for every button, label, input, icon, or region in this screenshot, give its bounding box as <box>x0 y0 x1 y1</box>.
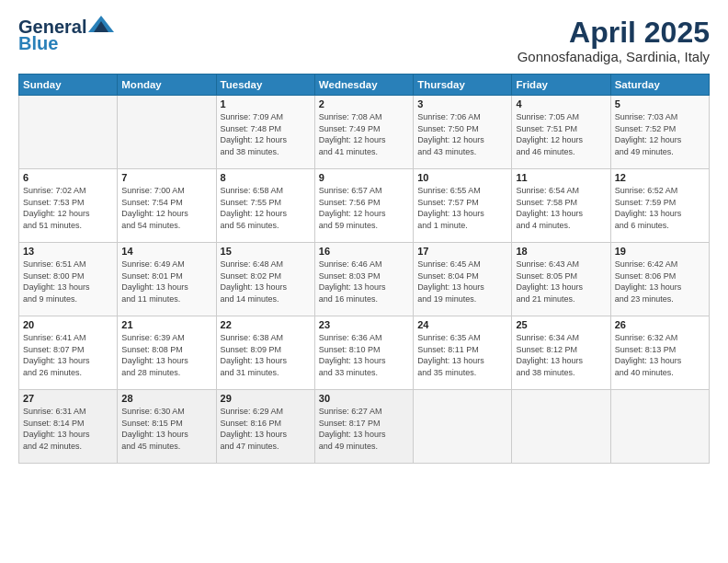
day-number: 7 <box>121 172 211 183</box>
calendar-week-5: 27Sunrise: 6:31 AM Sunset: 8:14 PM Dayli… <box>19 390 710 464</box>
day-info: Sunrise: 6:35 AM Sunset: 8:11 PM Dayligh… <box>417 332 507 378</box>
day-number: 16 <box>319 246 409 257</box>
calendar-cell: 9Sunrise: 6:57 AM Sunset: 7:56 PM Daylig… <box>314 169 413 243</box>
day-number: 30 <box>319 393 409 404</box>
day-number: 22 <box>221 319 311 330</box>
calendar-cell: 22Sunrise: 6:38 AM Sunset: 8:09 PM Dayli… <box>216 316 314 390</box>
calendar-cell: 7Sunrise: 7:00 AM Sunset: 7:54 PM Daylig… <box>118 169 216 243</box>
day-info: Sunrise: 6:45 AM Sunset: 8:04 PM Dayligh… <box>417 259 507 304</box>
weekday-header-monday: Monday <box>118 75 216 96</box>
calendar-cell: 28Sunrise: 6:30 AM Sunset: 8:15 PM Dayli… <box>118 390 216 464</box>
day-info: Sunrise: 6:32 AM Sunset: 8:13 PM Dayligh… <box>615 332 705 378</box>
day-info: Sunrise: 7:09 AM Sunset: 7:48 PM Dayligh… <box>221 111 311 157</box>
calendar-cell: 29Sunrise: 6:29 AM Sunset: 8:16 PM Dayli… <box>216 390 314 464</box>
calendar-cell: 23Sunrise: 6:36 AM Sunset: 8:10 PM Dayli… <box>314 316 413 390</box>
day-info: Sunrise: 6:51 AM Sunset: 8:00 PM Dayligh… <box>23 259 113 304</box>
calendar-table: SundayMondayTuesdayWednesdayThursdayFrid… <box>18 74 710 464</box>
day-info: Sunrise: 6:55 AM Sunset: 7:57 PM Dayligh… <box>417 185 507 231</box>
day-info: Sunrise: 6:52 AM Sunset: 7:59 PM Dayligh… <box>615 185 705 231</box>
day-info: Sunrise: 6:57 AM Sunset: 7:56 PM Dayligh… <box>319 185 409 231</box>
weekday-header-thursday: Thursday <box>414 75 512 96</box>
calendar-cell: 6Sunrise: 7:02 AM Sunset: 7:53 PM Daylig… <box>19 169 118 243</box>
logo: General Blue <box>18 17 114 53</box>
day-number: 15 <box>221 246 311 257</box>
calendar-cell: 2Sunrise: 7:08 AM Sunset: 7:49 PM Daylig… <box>314 96 413 169</box>
calendar-week-4: 20Sunrise: 6:41 AM Sunset: 8:07 PM Dayli… <box>19 316 710 390</box>
calendar-cell: 27Sunrise: 6:31 AM Sunset: 8:14 PM Dayli… <box>19 390 118 464</box>
day-number: 17 <box>417 246 507 257</box>
day-info: Sunrise: 7:02 AM Sunset: 7:53 PM Dayligh… <box>23 185 113 231</box>
page: General Blue April 2025 Gonnosfanadiga, … <box>0 0 728 563</box>
day-number: 19 <box>615 246 705 257</box>
calendar-cell: 30Sunrise: 6:27 AM Sunset: 8:17 PM Dayli… <box>314 390 413 464</box>
logo-icon <box>88 16 114 34</box>
day-info: Sunrise: 6:30 AM Sunset: 8:15 PM Dayligh… <box>121 406 211 452</box>
calendar-cell: 1Sunrise: 7:09 AM Sunset: 7:48 PM Daylig… <box>216 96 314 169</box>
calendar-cell: 13Sunrise: 6:51 AM Sunset: 8:00 PM Dayli… <box>19 243 118 316</box>
day-info: Sunrise: 6:48 AM Sunset: 8:02 PM Dayligh… <box>221 259 311 304</box>
header: General Blue April 2025 Gonnosfanadiga, … <box>18 17 710 64</box>
weekday-header-row: SundayMondayTuesdayWednesdayThursdayFrid… <box>19 75 710 96</box>
calendar-cell: 25Sunrise: 6:34 AM Sunset: 8:12 PM Dayli… <box>512 316 610 390</box>
day-info: Sunrise: 6:31 AM Sunset: 8:14 PM Dayligh… <box>23 406 113 452</box>
weekday-header-wednesday: Wednesday <box>314 75 413 96</box>
day-number: 29 <box>221 393 311 404</box>
day-info: Sunrise: 6:42 AM Sunset: 8:06 PM Dayligh… <box>615 259 705 304</box>
day-info: Sunrise: 6:29 AM Sunset: 8:16 PM Dayligh… <box>221 406 311 452</box>
day-info: Sunrise: 6:46 AM Sunset: 8:03 PM Dayligh… <box>319 259 409 304</box>
day-number: 3 <box>417 98 507 109</box>
weekday-header-friday: Friday <box>512 75 610 96</box>
weekday-header-sunday: Sunday <box>19 75 118 96</box>
calendar-cell: 20Sunrise: 6:41 AM Sunset: 8:07 PM Dayli… <box>19 316 118 390</box>
calendar-cell <box>118 96 216 169</box>
day-number: 14 <box>121 246 211 257</box>
day-number: 12 <box>615 172 705 183</box>
day-number: 11 <box>516 172 606 183</box>
day-number: 2 <box>319 98 409 109</box>
day-info: Sunrise: 6:27 AM Sunset: 8:17 PM Dayligh… <box>319 406 409 452</box>
calendar-cell <box>610 390 709 464</box>
calendar-cell: 18Sunrise: 6:43 AM Sunset: 8:05 PM Dayli… <box>512 243 610 316</box>
calendar-week-3: 13Sunrise: 6:51 AM Sunset: 8:00 PM Dayli… <box>19 243 710 316</box>
weekday-header-tuesday: Tuesday <box>216 75 314 96</box>
day-info: Sunrise: 7:00 AM Sunset: 7:54 PM Dayligh… <box>121 185 211 231</box>
day-info: Sunrise: 6:54 AM Sunset: 7:58 PM Dayligh… <box>516 185 606 231</box>
day-info: Sunrise: 6:41 AM Sunset: 8:07 PM Dayligh… <box>23 332 113 378</box>
calendar-cell <box>414 390 512 464</box>
logo-blue: Blue <box>18 33 58 53</box>
calendar-cell: 3Sunrise: 7:06 AM Sunset: 7:50 PM Daylig… <box>414 96 512 169</box>
calendar-cell: 12Sunrise: 6:52 AM Sunset: 7:59 PM Dayli… <box>610 169 709 243</box>
day-number: 9 <box>319 172 409 183</box>
calendar-cell: 4Sunrise: 7:05 AM Sunset: 7:51 PM Daylig… <box>512 96 610 169</box>
calendar-cell: 10Sunrise: 6:55 AM Sunset: 7:57 PM Dayli… <box>414 169 512 243</box>
calendar-cell: 15Sunrise: 6:48 AM Sunset: 8:02 PM Dayli… <box>216 243 314 316</box>
day-number: 28 <box>121 393 211 404</box>
day-info: Sunrise: 6:36 AM Sunset: 8:10 PM Dayligh… <box>319 332 409 378</box>
day-info: Sunrise: 7:08 AM Sunset: 7:49 PM Dayligh… <box>319 111 409 157</box>
day-number: 4 <box>516 98 606 109</box>
day-number: 18 <box>516 246 606 257</box>
day-number: 21 <box>121 319 211 330</box>
calendar-cell: 19Sunrise: 6:42 AM Sunset: 8:06 PM Dayli… <box>610 243 709 316</box>
day-info: Sunrise: 7:05 AM Sunset: 7:51 PM Dayligh… <box>516 111 606 157</box>
calendar-week-1: 1Sunrise: 7:09 AM Sunset: 7:48 PM Daylig… <box>19 96 710 169</box>
calendar-cell: 8Sunrise: 6:58 AM Sunset: 7:55 PM Daylig… <box>216 169 314 243</box>
day-info: Sunrise: 6:43 AM Sunset: 8:05 PM Dayligh… <box>516 259 606 304</box>
day-info: Sunrise: 6:39 AM Sunset: 8:08 PM Dayligh… <box>121 332 211 378</box>
day-number: 13 <box>23 246 113 257</box>
calendar-cell: 11Sunrise: 6:54 AM Sunset: 7:58 PM Dayli… <box>512 169 610 243</box>
calendar-cell: 5Sunrise: 7:03 AM Sunset: 7:52 PM Daylig… <box>610 96 709 169</box>
day-number: 25 <box>516 319 606 330</box>
day-number: 5 <box>615 98 705 109</box>
day-info: Sunrise: 6:49 AM Sunset: 8:01 PM Dayligh… <box>121 259 211 304</box>
calendar-week-2: 6Sunrise: 7:02 AM Sunset: 7:53 PM Daylig… <box>19 169 710 243</box>
day-number: 23 <box>319 319 409 330</box>
day-number: 6 <box>23 172 113 183</box>
calendar-cell: 14Sunrise: 6:49 AM Sunset: 8:01 PM Dayli… <box>118 243 216 316</box>
day-number: 10 <box>417 172 507 183</box>
calendar-cell: 17Sunrise: 6:45 AM Sunset: 8:04 PM Dayli… <box>414 243 512 316</box>
location-subtitle: Gonnosfanadiga, Sardinia, Italy <box>518 49 710 64</box>
calendar-cell <box>19 96 118 169</box>
day-number: 27 <box>23 393 113 404</box>
day-info: Sunrise: 7:06 AM Sunset: 7:50 PM Dayligh… <box>417 111 507 157</box>
